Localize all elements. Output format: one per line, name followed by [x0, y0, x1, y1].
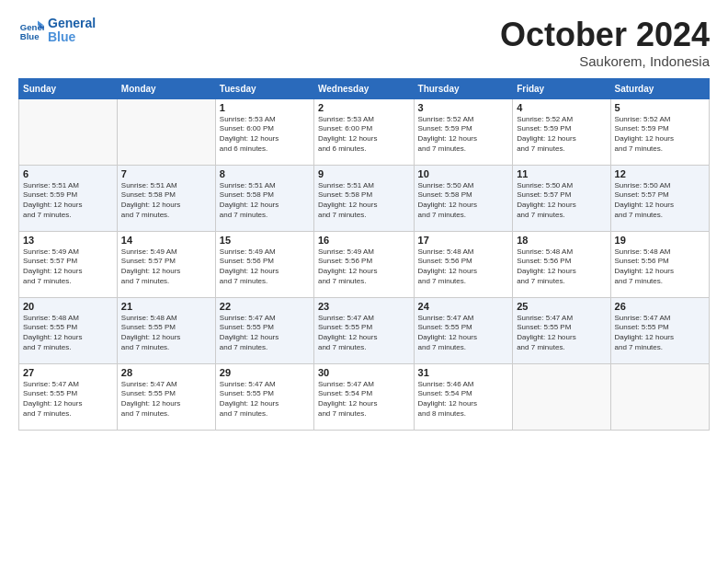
title-block: October 2024 Saukorem, Indonesia	[500, 17, 710, 69]
calendar-cell: 13Sunrise: 5:49 AM Sunset: 5:57 PM Dayli…	[19, 231, 118, 297]
day-number: 3	[418, 102, 509, 113]
day-info: Sunrise: 5:52 AM Sunset: 5:59 PM Dayligh…	[517, 115, 606, 155]
day-number: 29	[220, 367, 310, 378]
logo-icon: General Blue	[18, 17, 44, 43]
day-info: Sunrise: 5:52 AM Sunset: 5:59 PM Dayligh…	[615, 115, 705, 155]
day-number: 4	[517, 102, 606, 113]
day-info: Sunrise: 5:47 AM Sunset: 5:55 PM Dayligh…	[220, 314, 310, 353]
day-info: Sunrise: 5:49 AM Sunset: 5:56 PM Dayligh…	[220, 247, 310, 287]
day-info: Sunrise: 5:50 AM Sunset: 5:57 PM Dayligh…	[517, 181, 606, 221]
header-day-wednesday: Wednesday	[313, 78, 414, 98]
calendar-cell: 17Sunrise: 5:48 AM Sunset: 5:56 PM Dayli…	[414, 231, 513, 297]
calendar-cell: 12Sunrise: 5:50 AM Sunset: 5:57 PM Dayli…	[610, 165, 709, 231]
day-info: Sunrise: 5:50 AM Sunset: 5:58 PM Dayligh…	[418, 181, 509, 221]
day-number: 31	[418, 367, 509, 378]
day-number: 17	[418, 235, 509, 246]
day-info: Sunrise: 5:52 AM Sunset: 5:59 PM Dayligh…	[418, 115, 509, 155]
day-info: Sunrise: 5:51 AM Sunset: 5:58 PM Dayligh…	[318, 181, 410, 221]
day-info: Sunrise: 5:50 AM Sunset: 5:57 PM Dayligh…	[615, 181, 705, 221]
day-info: Sunrise: 5:47 AM Sunset: 5:55 PM Dayligh…	[517, 314, 606, 353]
day-info: Sunrise: 5:53 AM Sunset: 6:00 PM Dayligh…	[220, 115, 310, 155]
header-row: SundayMondayTuesdayWednesdayThursdayFrid…	[19, 78, 710, 98]
day-number: 15	[220, 235, 310, 246]
calendar-cell: 28Sunrise: 5:47 AM Sunset: 5:55 PM Dayli…	[117, 363, 215, 430]
calendar-cell	[610, 363, 709, 430]
location-subtitle: Saukorem, Indonesia	[500, 53, 710, 69]
day-info: Sunrise: 5:48 AM Sunset: 5:56 PM Dayligh…	[615, 247, 705, 287]
calendar-table: SundayMondayTuesdayWednesdayThursdayFrid…	[18, 78, 710, 431]
day-number: 22	[220, 301, 310, 312]
day-info: Sunrise: 5:51 AM Sunset: 5:58 PM Dayligh…	[220, 181, 310, 221]
week-row-3: 13Sunrise: 5:49 AM Sunset: 5:57 PM Dayli…	[19, 231, 710, 297]
day-number: 26	[615, 301, 705, 312]
header-day-friday: Friday	[513, 78, 610, 98]
day-info: Sunrise: 5:51 AM Sunset: 5:58 PM Dayligh…	[121, 181, 211, 221]
day-number: 8	[220, 168, 310, 179]
day-number: 27	[23, 367, 113, 378]
calendar-cell: 31Sunrise: 5:46 AM Sunset: 5:54 PM Dayli…	[414, 363, 513, 430]
calendar-cell: 3Sunrise: 5:52 AM Sunset: 5:59 PM Daylig…	[414, 98, 513, 165]
calendar-cell: 30Sunrise: 5:47 AM Sunset: 5:54 PM Dayli…	[313, 363, 414, 430]
calendar-cell: 26Sunrise: 5:47 AM Sunset: 5:55 PM Dayli…	[610, 297, 709, 363]
calendar-cell: 7Sunrise: 5:51 AM Sunset: 5:58 PM Daylig…	[117, 165, 215, 231]
svg-text:Blue: Blue	[20, 31, 40, 41]
calendar-page: General Blue General Blue October 2024 S…	[0, 0, 728, 563]
day-number: 24	[418, 301, 509, 312]
week-row-1: 1Sunrise: 5:53 AM Sunset: 6:00 PM Daylig…	[19, 98, 710, 165]
day-info: Sunrise: 5:47 AM Sunset: 5:55 PM Dayligh…	[220, 380, 310, 419]
day-info: Sunrise: 5:48 AM Sunset: 5:55 PM Dayligh…	[121, 314, 211, 353]
day-number: 10	[418, 168, 509, 179]
calendar-cell: 9Sunrise: 5:51 AM Sunset: 5:58 PM Daylig…	[313, 165, 414, 231]
day-number: 12	[615, 168, 705, 179]
day-number: 18	[517, 235, 606, 246]
calendar-cell	[513, 363, 610, 430]
calendar-cell: 24Sunrise: 5:47 AM Sunset: 5:55 PM Dayli…	[414, 297, 513, 363]
day-info: Sunrise: 5:53 AM Sunset: 6:00 PM Dayligh…	[318, 115, 410, 155]
header: General Blue General Blue October 2024 S…	[18, 17, 710, 69]
day-number: 25	[517, 301, 606, 312]
calendar-cell	[117, 98, 215, 165]
day-info: Sunrise: 5:47 AM Sunset: 5:55 PM Dayligh…	[318, 314, 410, 353]
calendar-cell: 18Sunrise: 5:48 AM Sunset: 5:56 PM Dayli…	[513, 231, 610, 297]
header-day-saturday: Saturday	[610, 78, 709, 98]
day-info: Sunrise: 5:48 AM Sunset: 5:55 PM Dayligh…	[23, 314, 113, 353]
logo: General Blue General Blue	[18, 17, 96, 45]
day-info: Sunrise: 5:51 AM Sunset: 5:59 PM Dayligh…	[23, 181, 113, 221]
day-number: 23	[318, 301, 410, 312]
calendar-cell: 5Sunrise: 5:52 AM Sunset: 5:59 PM Daylig…	[610, 98, 709, 165]
calendar-cell: 8Sunrise: 5:51 AM Sunset: 5:58 PM Daylig…	[215, 165, 313, 231]
calendar-cell: 6Sunrise: 5:51 AM Sunset: 5:59 PM Daylig…	[19, 165, 118, 231]
calendar-cell: 11Sunrise: 5:50 AM Sunset: 5:57 PM Dayli…	[513, 165, 610, 231]
calendar-cell: 19Sunrise: 5:48 AM Sunset: 5:56 PM Dayli…	[610, 231, 709, 297]
logo-line2: Blue	[48, 30, 96, 44]
day-number: 5	[615, 102, 705, 113]
day-info: Sunrise: 5:49 AM Sunset: 5:57 PM Dayligh…	[23, 247, 113, 287]
header-day-sunday: Sunday	[19, 78, 118, 98]
calendar-cell: 22Sunrise: 5:47 AM Sunset: 5:55 PM Dayli…	[215, 297, 313, 363]
day-number: 30	[318, 367, 410, 378]
calendar-cell: 2Sunrise: 5:53 AM Sunset: 6:00 PM Daylig…	[313, 98, 414, 165]
day-number: 16	[318, 235, 410, 246]
calendar-cell: 27Sunrise: 5:47 AM Sunset: 5:55 PM Dayli…	[19, 363, 118, 430]
header-day-monday: Monday	[117, 78, 215, 98]
calendar-cell: 1Sunrise: 5:53 AM Sunset: 6:00 PM Daylig…	[215, 98, 313, 165]
day-info: Sunrise: 5:48 AM Sunset: 5:56 PM Dayligh…	[517, 247, 606, 287]
calendar-cell: 25Sunrise: 5:47 AM Sunset: 5:55 PM Dayli…	[513, 297, 610, 363]
header-day-thursday: Thursday	[414, 78, 513, 98]
day-info: Sunrise: 5:47 AM Sunset: 5:54 PM Dayligh…	[318, 380, 410, 419]
calendar-cell: 10Sunrise: 5:50 AM Sunset: 5:58 PM Dayli…	[414, 165, 513, 231]
day-number: 11	[517, 168, 606, 179]
day-info: Sunrise: 5:47 AM Sunset: 5:55 PM Dayligh…	[615, 314, 705, 353]
day-number: 28	[121, 367, 211, 378]
calendar-cell: 14Sunrise: 5:49 AM Sunset: 5:57 PM Dayli…	[117, 231, 215, 297]
calendar-cell: 15Sunrise: 5:49 AM Sunset: 5:56 PM Dayli…	[215, 231, 313, 297]
day-number: 14	[121, 235, 211, 246]
week-row-2: 6Sunrise: 5:51 AM Sunset: 5:59 PM Daylig…	[19, 165, 710, 231]
day-info: Sunrise: 5:49 AM Sunset: 5:57 PM Dayligh…	[121, 247, 211, 287]
logo-line1: General	[48, 17, 96, 30]
day-number: 9	[318, 168, 410, 179]
day-number: 1	[220, 102, 310, 113]
header-day-tuesday: Tuesday	[215, 78, 313, 98]
day-number: 6	[23, 168, 113, 179]
day-number: 7	[121, 168, 211, 179]
